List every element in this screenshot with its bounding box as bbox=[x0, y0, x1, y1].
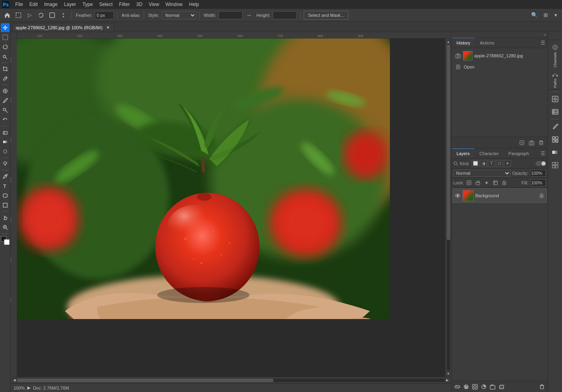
home-button[interactable] bbox=[2, 10, 12, 20]
move-tool-button[interactable]: ▷ bbox=[25, 10, 34, 20]
v-scroll-track[interactable] bbox=[447, 45, 450, 370]
filter-pixel-btn[interactable]: ⬜ bbox=[472, 160, 479, 167]
lock-image-btn[interactable] bbox=[474, 179, 481, 186]
swatches-button[interactable] bbox=[550, 134, 561, 145]
text-tool[interactable]: T bbox=[1, 182, 10, 190]
menu-layer[interactable]: Layer bbox=[61, 1, 79, 8]
create-snapshot-btn[interactable] bbox=[528, 139, 536, 147]
add-layer-style-btn[interactable]: fx bbox=[462, 383, 470, 391]
opacity-input[interactable] bbox=[530, 170, 546, 177]
move-tool[interactable] bbox=[1, 23, 10, 32]
menu-file[interactable]: File bbox=[12, 1, 26, 8]
document-tab[interactable]: apple-2788662_1280.jpg @ 100% (RGB/8#) ✕ bbox=[12, 23, 114, 32]
menu-filter[interactable]: Filter bbox=[116, 1, 133, 8]
filter-smart-btn[interactable]: ✦ bbox=[504, 160, 511, 167]
channels-label[interactable]: Channels bbox=[553, 52, 557, 67]
path-selection-tool[interactable] bbox=[1, 191, 10, 200]
channels-tab-button[interactable] bbox=[550, 43, 560, 51]
add-mask-btn[interactable] bbox=[471, 383, 479, 391]
filter-toggle[interactable] bbox=[536, 161, 546, 166]
libraries-button[interactable] bbox=[550, 106, 561, 117]
menu-help[interactable]: Help bbox=[186, 1, 202, 8]
fill-input[interactable] bbox=[530, 179, 546, 186]
lock-position-btn[interactable] bbox=[483, 179, 490, 186]
lasso-tool[interactable] bbox=[1, 42, 10, 51]
horizontal-scrollbar[interactable]: ◀ ▶ bbox=[10, 377, 451, 383]
layer-item-background[interactable]: Background bbox=[452, 188, 547, 203]
crop-tool[interactable] bbox=[1, 65, 10, 73]
scroll-down-button[interactable]: ▼ bbox=[446, 371, 451, 376]
width-input[interactable] bbox=[219, 11, 243, 19]
swap-wh-button[interactable]: ↔ bbox=[244, 10, 254, 20]
vertical-scrollbar[interactable]: ▲ ▼ bbox=[445, 38, 451, 377]
tab-layers[interactable]: Layers bbox=[452, 148, 475, 158]
zoom-tool[interactable] bbox=[1, 223, 10, 232]
filter-shape-btn[interactable]: ⬡ bbox=[496, 160, 503, 167]
menu-image[interactable]: Image bbox=[41, 1, 61, 8]
gradients-button[interactable] bbox=[550, 147, 561, 158]
menu-select[interactable]: Select bbox=[96, 1, 116, 8]
layers-panel-menu[interactable]: ☰ bbox=[540, 150, 546, 157]
rect-button[interactable] bbox=[47, 10, 57, 20]
canvas-image[interactable] bbox=[17, 38, 390, 319]
lock-artboard-btn[interactable] bbox=[492, 179, 499, 186]
filter-adjust-btn[interactable]: ◑ bbox=[480, 160, 487, 167]
layer-link-btn[interactable] bbox=[453, 383, 461, 391]
style-select[interactable]: Normal Fixed Ratio Fixed Size bbox=[162, 11, 196, 19]
dodge-tool[interactable] bbox=[1, 160, 10, 168]
menu-edit[interactable]: Edit bbox=[26, 1, 41, 8]
adjustments-button[interactable] bbox=[550, 93, 561, 105]
search-top-button[interactable]: 🔍 bbox=[530, 10, 539, 20]
color-swatch[interactable] bbox=[1, 236, 10, 245]
arrange-button[interactable]: ⊞ bbox=[541, 10, 550, 20]
tab-character[interactable]: Character bbox=[475, 148, 503, 158]
history-panel-menu[interactable]: ☰ bbox=[540, 40, 546, 46]
marquee-tool-button[interactable] bbox=[14, 10, 23, 20]
canvas-scroll-viewport[interactable] bbox=[17, 38, 445, 377]
delete-layer-btn[interactable] bbox=[538, 383, 546, 391]
create-group-btn[interactable] bbox=[489, 383, 497, 391]
patterns-button[interactable] bbox=[550, 160, 561, 171]
menu-window[interactable]: Window bbox=[162, 1, 186, 8]
hand-tool[interactable] bbox=[1, 213, 10, 222]
tab-paragraph[interactable]: Paragraph bbox=[503, 148, 534, 158]
history-item-open[interactable]: Open bbox=[453, 63, 546, 71]
quick-selection-tool[interactable] bbox=[1, 52, 10, 61]
create-adjustment-btn[interactable] bbox=[480, 383, 488, 391]
height-input[interactable] bbox=[273, 11, 297, 19]
lock-all-btn[interactable] bbox=[501, 179, 508, 186]
status-arrow[interactable]: ▶ bbox=[27, 385, 30, 390]
history-brush-tool[interactable] bbox=[1, 115, 10, 124]
h-scroll-thumb[interactable] bbox=[17, 379, 274, 382]
lasso-button[interactable] bbox=[36, 10, 46, 20]
feather-input[interactable] bbox=[95, 11, 114, 19]
v-scroll-thumb[interactable] bbox=[447, 45, 450, 240]
scroll-up-button[interactable]: ▲ bbox=[446, 39, 451, 44]
layer-visibility-toggle[interactable] bbox=[454, 192, 461, 199]
workspace-button[interactable]: ▾ bbox=[552, 10, 560, 20]
spot-healing-tool[interactable] bbox=[1, 87, 10, 95]
blur-tool[interactable] bbox=[1, 147, 10, 156]
rectangle-shape-tool[interactable] bbox=[1, 201, 10, 210]
paths-tab-button[interactable] bbox=[550, 70, 560, 78]
tab-actions[interactable]: Actions bbox=[475, 38, 499, 48]
filter-type-btn[interactable]: T bbox=[488, 160, 495, 167]
eraser-tool[interactable] bbox=[1, 128, 10, 137]
lock-pixels-btn[interactable] bbox=[465, 179, 473, 186]
brush-settings-button[interactable] bbox=[550, 121, 561, 132]
menu-view[interactable]: View bbox=[146, 1, 162, 8]
create-layer-btn[interactable] bbox=[497, 383, 505, 391]
create-new-document-btn[interactable] bbox=[518, 139, 526, 147]
tab-history[interactable]: History bbox=[452, 38, 475, 48]
pen-tool[interactable] bbox=[1, 172, 10, 181]
clone-stamp-tool[interactable] bbox=[1, 106, 10, 115]
select-mask-button[interactable]: Select and Mask... bbox=[304, 11, 349, 20]
menu-type[interactable]: Type bbox=[79, 1, 96, 8]
history-snapshot-item[interactable]: apple-2788662_1280.jpg bbox=[453, 50, 546, 62]
menu-3d[interactable]: 3D bbox=[133, 1, 145, 8]
brush-tool[interactable] bbox=[1, 96, 10, 105]
history-collapse-bar[interactable]: ≡ bbox=[452, 32, 548, 38]
h-scroll-track[interactable] bbox=[17, 379, 445, 382]
arrows-button[interactable] bbox=[59, 10, 68, 20]
paths-label[interactable]: Paths bbox=[553, 79, 557, 88]
